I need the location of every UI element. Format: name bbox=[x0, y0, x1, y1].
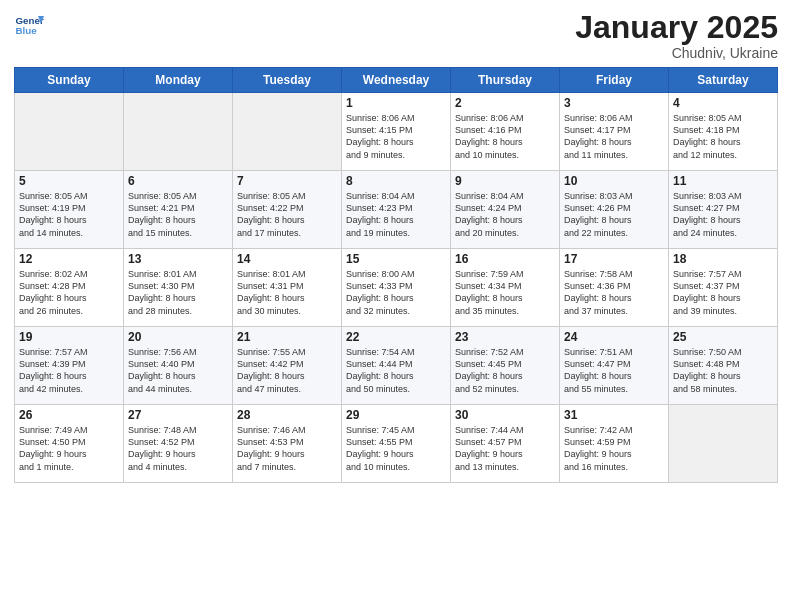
calendar-cell: 3Sunrise: 8:06 AM Sunset: 4:17 PM Daylig… bbox=[560, 93, 669, 171]
day-info: Sunrise: 7:42 AM Sunset: 4:59 PM Dayligh… bbox=[564, 424, 664, 473]
calendar-cell: 21Sunrise: 7:55 AM Sunset: 4:42 PM Dayli… bbox=[233, 327, 342, 405]
calendar-cell bbox=[15, 93, 124, 171]
day-number: 23 bbox=[455, 330, 555, 344]
day-number: 1 bbox=[346, 96, 446, 110]
day-info: Sunrise: 8:06 AM Sunset: 4:16 PM Dayligh… bbox=[455, 112, 555, 161]
day-info: Sunrise: 7:49 AM Sunset: 4:50 PM Dayligh… bbox=[19, 424, 119, 473]
calendar-cell: 25Sunrise: 7:50 AM Sunset: 4:48 PM Dayli… bbox=[669, 327, 778, 405]
day-number: 25 bbox=[673, 330, 773, 344]
day-number: 30 bbox=[455, 408, 555, 422]
weekday-header-tuesday: Tuesday bbox=[233, 68, 342, 93]
day-number: 26 bbox=[19, 408, 119, 422]
calendar-cell: 12Sunrise: 8:02 AM Sunset: 4:28 PM Dayli… bbox=[15, 249, 124, 327]
day-number: 20 bbox=[128, 330, 228, 344]
day-info: Sunrise: 8:06 AM Sunset: 4:15 PM Dayligh… bbox=[346, 112, 446, 161]
calendar-cell: 31Sunrise: 7:42 AM Sunset: 4:59 PM Dayli… bbox=[560, 405, 669, 483]
week-row-3: 19Sunrise: 7:57 AM Sunset: 4:39 PM Dayli… bbox=[15, 327, 778, 405]
day-number: 4 bbox=[673, 96, 773, 110]
day-number: 19 bbox=[19, 330, 119, 344]
day-info: Sunrise: 8:01 AM Sunset: 4:31 PM Dayligh… bbox=[237, 268, 337, 317]
day-number: 9 bbox=[455, 174, 555, 188]
day-info: Sunrise: 8:04 AM Sunset: 4:23 PM Dayligh… bbox=[346, 190, 446, 239]
calendar-cell: 16Sunrise: 7:59 AM Sunset: 4:34 PM Dayli… bbox=[451, 249, 560, 327]
day-number: 27 bbox=[128, 408, 228, 422]
calendar-cell: 15Sunrise: 8:00 AM Sunset: 4:33 PM Dayli… bbox=[342, 249, 451, 327]
day-info: Sunrise: 8:03 AM Sunset: 4:26 PM Dayligh… bbox=[564, 190, 664, 239]
weekday-header-thursday: Thursday bbox=[451, 68, 560, 93]
week-row-1: 5Sunrise: 8:05 AM Sunset: 4:19 PM Daylig… bbox=[15, 171, 778, 249]
day-number: 17 bbox=[564, 252, 664, 266]
calendar-cell bbox=[124, 93, 233, 171]
weekday-header-friday: Friday bbox=[560, 68, 669, 93]
day-info: Sunrise: 8:05 AM Sunset: 4:19 PM Dayligh… bbox=[19, 190, 119, 239]
day-number: 12 bbox=[19, 252, 119, 266]
day-number: 3 bbox=[564, 96, 664, 110]
weekday-header-sunday: Sunday bbox=[15, 68, 124, 93]
calendar-cell: 13Sunrise: 8:01 AM Sunset: 4:30 PM Dayli… bbox=[124, 249, 233, 327]
location: Chudniv, Ukraine bbox=[575, 45, 778, 61]
calendar-cell: 23Sunrise: 7:52 AM Sunset: 4:45 PM Dayli… bbox=[451, 327, 560, 405]
day-info: Sunrise: 8:01 AM Sunset: 4:30 PM Dayligh… bbox=[128, 268, 228, 317]
calendar-cell: 11Sunrise: 8:03 AM Sunset: 4:27 PM Dayli… bbox=[669, 171, 778, 249]
calendar-cell: 24Sunrise: 7:51 AM Sunset: 4:47 PM Dayli… bbox=[560, 327, 669, 405]
week-row-4: 26Sunrise: 7:49 AM Sunset: 4:50 PM Dayli… bbox=[15, 405, 778, 483]
logo: General Blue bbox=[14, 10, 44, 40]
calendar-cell: 4Sunrise: 8:05 AM Sunset: 4:18 PM Daylig… bbox=[669, 93, 778, 171]
calendar-cell: 8Sunrise: 8:04 AM Sunset: 4:23 PM Daylig… bbox=[342, 171, 451, 249]
calendar-cell: 14Sunrise: 8:01 AM Sunset: 4:31 PM Dayli… bbox=[233, 249, 342, 327]
calendar-cell: 6Sunrise: 8:05 AM Sunset: 4:21 PM Daylig… bbox=[124, 171, 233, 249]
day-info: Sunrise: 7:48 AM Sunset: 4:52 PM Dayligh… bbox=[128, 424, 228, 473]
calendar-cell: 30Sunrise: 7:44 AM Sunset: 4:57 PM Dayli… bbox=[451, 405, 560, 483]
day-number: 31 bbox=[564, 408, 664, 422]
day-info: Sunrise: 7:57 AM Sunset: 4:37 PM Dayligh… bbox=[673, 268, 773, 317]
day-number: 8 bbox=[346, 174, 446, 188]
calendar-cell: 29Sunrise: 7:45 AM Sunset: 4:55 PM Dayli… bbox=[342, 405, 451, 483]
day-number: 14 bbox=[237, 252, 337, 266]
month-title: January 2025 bbox=[575, 10, 778, 45]
weekday-header-row: SundayMondayTuesdayWednesdayThursdayFrid… bbox=[15, 68, 778, 93]
logo-icon: General Blue bbox=[14, 10, 44, 40]
weekday-header-monday: Monday bbox=[124, 68, 233, 93]
calendar-cell: 18Sunrise: 7:57 AM Sunset: 4:37 PM Dayli… bbox=[669, 249, 778, 327]
day-number: 18 bbox=[673, 252, 773, 266]
calendar-cell: 20Sunrise: 7:56 AM Sunset: 4:40 PM Dayli… bbox=[124, 327, 233, 405]
calendar-cell: 27Sunrise: 7:48 AM Sunset: 4:52 PM Dayli… bbox=[124, 405, 233, 483]
calendar-cell bbox=[233, 93, 342, 171]
day-info: Sunrise: 8:00 AM Sunset: 4:33 PM Dayligh… bbox=[346, 268, 446, 317]
calendar-cell: 19Sunrise: 7:57 AM Sunset: 4:39 PM Dayli… bbox=[15, 327, 124, 405]
calendar-cell: 1Sunrise: 8:06 AM Sunset: 4:15 PM Daylig… bbox=[342, 93, 451, 171]
day-number: 29 bbox=[346, 408, 446, 422]
header: General Blue January 2025 Chudniv, Ukrai… bbox=[14, 10, 778, 61]
day-number: 16 bbox=[455, 252, 555, 266]
day-info: Sunrise: 8:05 AM Sunset: 4:22 PM Dayligh… bbox=[237, 190, 337, 239]
day-number: 24 bbox=[564, 330, 664, 344]
day-info: Sunrise: 7:54 AM Sunset: 4:44 PM Dayligh… bbox=[346, 346, 446, 395]
day-info: Sunrise: 7:58 AM Sunset: 4:36 PM Dayligh… bbox=[564, 268, 664, 317]
calendar-cell: 28Sunrise: 7:46 AM Sunset: 4:53 PM Dayli… bbox=[233, 405, 342, 483]
calendar-cell: 17Sunrise: 7:58 AM Sunset: 4:36 PM Dayli… bbox=[560, 249, 669, 327]
calendar-cell: 10Sunrise: 8:03 AM Sunset: 4:26 PM Dayli… bbox=[560, 171, 669, 249]
page: General Blue January 2025 Chudniv, Ukrai… bbox=[0, 0, 792, 612]
calendar-cell bbox=[669, 405, 778, 483]
calendar-cell: 7Sunrise: 8:05 AM Sunset: 4:22 PM Daylig… bbox=[233, 171, 342, 249]
day-info: Sunrise: 7:56 AM Sunset: 4:40 PM Dayligh… bbox=[128, 346, 228, 395]
day-number: 11 bbox=[673, 174, 773, 188]
day-info: Sunrise: 8:05 AM Sunset: 4:21 PM Dayligh… bbox=[128, 190, 228, 239]
calendar-table: SundayMondayTuesdayWednesdayThursdayFrid… bbox=[14, 67, 778, 483]
day-info: Sunrise: 7:51 AM Sunset: 4:47 PM Dayligh… bbox=[564, 346, 664, 395]
day-number: 15 bbox=[346, 252, 446, 266]
day-info: Sunrise: 8:02 AM Sunset: 4:28 PM Dayligh… bbox=[19, 268, 119, 317]
day-info: Sunrise: 7:57 AM Sunset: 4:39 PM Dayligh… bbox=[19, 346, 119, 395]
day-info: Sunrise: 8:03 AM Sunset: 4:27 PM Dayligh… bbox=[673, 190, 773, 239]
calendar-cell: 22Sunrise: 7:54 AM Sunset: 4:44 PM Dayli… bbox=[342, 327, 451, 405]
title-block: January 2025 Chudniv, Ukraine bbox=[575, 10, 778, 61]
day-number: 21 bbox=[237, 330, 337, 344]
day-info: Sunrise: 8:06 AM Sunset: 4:17 PM Dayligh… bbox=[564, 112, 664, 161]
day-info: Sunrise: 7:46 AM Sunset: 4:53 PM Dayligh… bbox=[237, 424, 337, 473]
calendar-cell: 26Sunrise: 7:49 AM Sunset: 4:50 PM Dayli… bbox=[15, 405, 124, 483]
day-info: Sunrise: 8:04 AM Sunset: 4:24 PM Dayligh… bbox=[455, 190, 555, 239]
calendar-cell: 9Sunrise: 8:04 AM Sunset: 4:24 PM Daylig… bbox=[451, 171, 560, 249]
day-number: 2 bbox=[455, 96, 555, 110]
week-row-0: 1Sunrise: 8:06 AM Sunset: 4:15 PM Daylig… bbox=[15, 93, 778, 171]
day-number: 6 bbox=[128, 174, 228, 188]
